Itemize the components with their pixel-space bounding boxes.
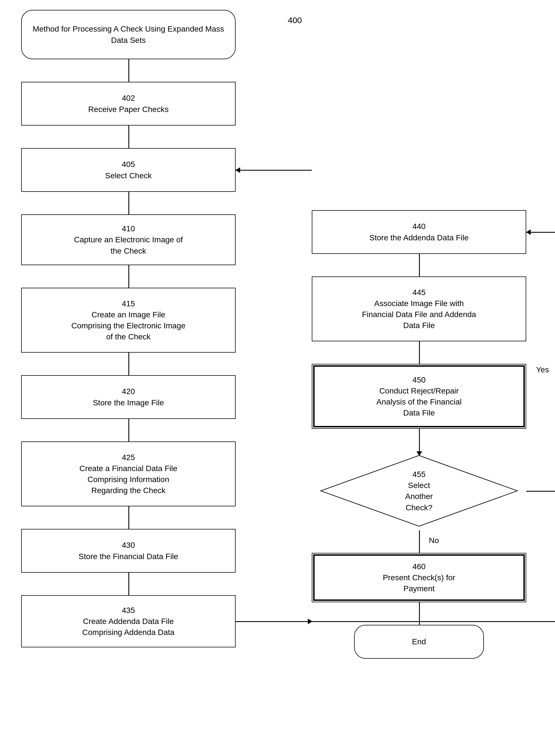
node-420: 420Store the Image File — [21, 375, 236, 419]
node-430: 430Store the Financial Data File — [21, 529, 236, 573]
arrow-455-right-h — [526, 491, 555, 492]
arrow-455-no — [419, 530, 420, 553]
arrow-410-415 — [128, 265, 129, 288]
node-455: 455SelectAnotherCheck? — [312, 451, 526, 530]
start-node: Method for Processing A Check Using Expa… — [21, 10, 236, 59]
arrow-460-end — [419, 602, 420, 625]
arrow-402-405 — [128, 126, 129, 148]
arrow-start-402 — [128, 59, 129, 82]
arrow-420-425 — [128, 419, 129, 441]
node-450: 450Conduct Reject/RepairAnalysis of the … — [312, 364, 526, 429]
arrow-450-455 — [419, 429, 420, 451]
arrow-435-right — [236, 621, 555, 622]
node-425: 425Create a Financial Data FileComprisin… — [21, 441, 236, 506]
node-460: 460Present Check(s) forPayment — [312, 553, 526, 602]
yes-label: Yes — [536, 365, 549, 374]
arrow-to-440 — [526, 232, 555, 233]
arrow-415-420 — [128, 353, 129, 375]
node-445: 445Associate Image File withFinancial Da… — [312, 276, 526, 341]
arrow-yes-to-405-h — [236, 170, 312, 171]
arrow-405-410 — [128, 192, 129, 214]
end-node: End — [354, 625, 484, 659]
node-402: 402Receive Paper Checks — [21, 82, 236, 126]
arrow-440-445 — [419, 254, 420, 276]
node-410: 410Capture an Electronic Image ofthe Che… — [21, 214, 236, 265]
reference-number: 400 — [288, 15, 302, 25]
arrow-425-430 — [128, 506, 129, 529]
node-435: 435Create Addenda Data FileComprising Ad… — [21, 595, 236, 648]
no-label: No — [429, 536, 439, 545]
arrow-445-450 — [419, 341, 420, 364]
node-405: 405Select Check — [21, 148, 236, 192]
node-440: 440Store the Addenda Data File — [312, 210, 526, 254]
flowchart-diagram: 400 Method for Processing A Check Using … — [0, 0, 555, 756]
arrow-430-435 — [128, 573, 129, 595]
node-415: 415Create an Image FileComprising the El… — [21, 288, 236, 353]
